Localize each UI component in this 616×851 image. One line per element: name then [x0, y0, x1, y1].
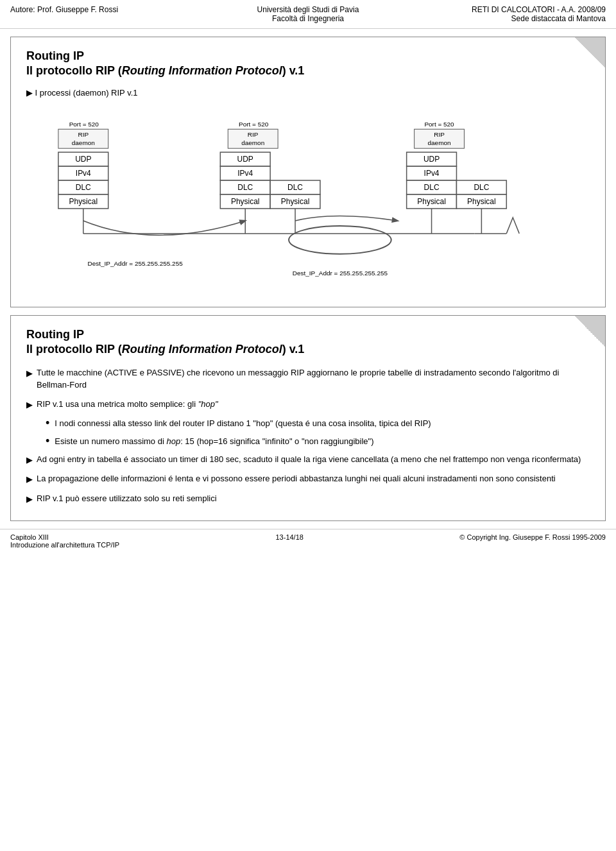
left-daemon-label2: daemon [72, 139, 95, 146]
slide1-title-sub: Il protocollo RIP (Routing Information P… [26, 64, 304, 77]
right-daemon-label2: daemon [428, 139, 451, 146]
bullet-dot-1: • [46, 435, 49, 448]
diagram-svg: Port = 520 RIP daemon UDP IPv4 DLC Physi… [26, 105, 590, 298]
svg-rect-0 [58, 129, 108, 148]
right-port-label: Port = 520 [424, 121, 454, 128]
svg-rect-9 [220, 166, 270, 180]
mid-left-dlc: DLC [237, 183, 253, 192]
diagram-area: Port = 520 RIP daemon UDP IPv4 DLC Physi… [26, 105, 590, 298]
slide2-item-3: ▶ La propagazione delle informazioni é l… [26, 472, 590, 486]
mid-left-physical: Physical [231, 197, 260, 206]
mid-right-dlc: DLC [287, 183, 303, 192]
arrow-icon-1: ▶ [26, 399, 33, 411]
right-right-physical: Physical [467, 197, 496, 206]
slide2-suffix: ) v.1 [282, 343, 305, 356]
slide2-item-3-text: La propagazione delle informazioni é len… [37, 472, 556, 485]
slide1-intro: ▶ I processi (daemon) RIP v.1 [26, 88, 590, 98]
slide2-item-4: ▶ RIP v.1 può essere utilizzato solo su … [26, 492, 590, 506]
right-right-dlc: DLC [474, 183, 489, 192]
footer-course: Introduzione all'architettura TCP/IP [10, 541, 119, 549]
slide2-title: Routing IP Il protocollo RIP (Routing In… [26, 327, 590, 357]
mid-left-udp: UDP [237, 155, 253, 164]
slide2-bullet-1: • Esiste un numero massimo di hop: 15 (h… [46, 435, 590, 448]
svg-rect-11 [220, 194, 270, 209]
left-physical: Physical [69, 197, 98, 206]
slide2-bullet-0: • I nodi connessi alla stesso link del r… [46, 417, 590, 430]
footer-right: © Copyright Ing. Giuseppe F. Rossi 1995-… [459, 533, 606, 549]
slide2-item-0: ▶ Tutte le macchine (ACTIVE e PASSIVE) c… [26, 366, 590, 391]
header-course: RETI DI CALCOLATORI - A.A. 2008/09 Sede … [407, 5, 606, 23]
svg-rect-8 [220, 152, 270, 166]
header-author: Autore: Prof. Giuseppe F. Rossi [10, 5, 209, 14]
slide1-prefix: Il protocollo RIP ( [26, 64, 122, 77]
footer-copyright: © Copyright Ing. Giuseppe F. Rossi 1995-… [459, 533, 606, 541]
course-location: Sede distaccata di Mantova [407, 14, 606, 23]
slide1-italic: Routing Information Protocol [122, 64, 282, 77]
svg-rect-18 [407, 166, 457, 180]
page-footer: Capitolo XIII Introduzione all'architett… [0, 529, 616, 553]
bullet-dot-0: • [46, 417, 49, 430]
mid-right-physical: Physical [281, 197, 310, 206]
left-dlc: DLC [76, 183, 91, 192]
slide2-bullet-1-text: Esiste un numero massimo di hop: 15 (hop… [55, 435, 373, 448]
mid-left-ipv4: IPv4 [237, 169, 253, 178]
header-university: Università degli Studi di Pavia Facoltà … [209, 5, 407, 23]
slide2-prefix: Il protocollo RIP ( [26, 343, 122, 356]
slide2-item-2-text: Ad ogni entry in tabella é associato un … [37, 453, 581, 466]
arrow-icon-0: ▶ [26, 367, 33, 380]
svg-rect-19 [407, 180, 457, 194]
svg-rect-2 [58, 166, 108, 180]
arrow-icon-2: ▶ [26, 454, 33, 467]
slide2-item-2: ▶ Ad ogni entry in tabella é associato u… [26, 453, 590, 467]
svg-rect-7 [228, 129, 278, 148]
slide2-title-main: Routing IP [26, 328, 84, 341]
slide1-suffix: ) v.1 [282, 64, 305, 77]
mid-port-label: Port = 520 [239, 121, 269, 128]
dest1-label: Dest_IP_Addr = 255.255.255.255 [87, 260, 183, 267]
svg-point-26 [289, 226, 391, 254]
slide2-item-0-text: Tutte le macchine (ACTIVE e PASSIVE) che… [37, 366, 590, 391]
svg-rect-16 [415, 129, 465, 148]
slide-1: Routing IP Il protocollo RIP (Routing In… [10, 37, 606, 307]
svg-rect-12 [270, 180, 320, 194]
right-left-udp: UDP [424, 155, 440, 164]
svg-rect-10 [220, 180, 270, 194]
footer-chapter: Capitolo XIII [10, 533, 119, 541]
author-text: Autore: Prof. Giuseppe F. Rossi [10, 5, 118, 14]
left-ipv4: IPv4 [76, 169, 91, 178]
slide2-italic: Routing Information Protocol [122, 343, 282, 356]
right-left-physical: Physical [417, 197, 446, 206]
left-port-label: Port = 520 [69, 121, 99, 128]
arrow-icon-4: ▶ [26, 493, 33, 506]
svg-rect-17 [407, 152, 457, 166]
slide2-bullet-0-text: I nodi connessi alla stesso link del rou… [55, 417, 431, 430]
university-name: Università degli Studi di Pavia [209, 5, 407, 14]
course-title: RETI DI CALCOLATORI - A.A. 2008/09 [407, 5, 606, 14]
svg-rect-13 [270, 194, 320, 209]
svg-rect-21 [456, 180, 506, 194]
svg-rect-3 [58, 180, 108, 194]
arrow-icon-3: ▶ [26, 473, 33, 486]
slide2-item-1-text: RIP v.1 usa una metrica molto semplice: … [37, 398, 218, 411]
slide1-title-main: Routing IP [26, 49, 84, 62]
left-udp: UDP [75, 155, 91, 164]
svg-rect-22 [456, 194, 506, 209]
slide2-item-4-text: RIP v.1 può essere utilizzato solo su re… [37, 492, 217, 505]
svg-rect-20 [407, 194, 457, 209]
svg-rect-4 [58, 194, 108, 209]
footer-left: Capitolo XIII Introduzione all'architett… [10, 533, 119, 549]
right-daemon-label: RIP [434, 131, 445, 138]
svg-rect-1 [58, 152, 108, 166]
left-daemon-label: RIP [78, 131, 89, 138]
right-left-dlc: DLC [424, 183, 440, 192]
footer-page: 13-14/18 [275, 533, 303, 541]
mid-daemon-label: RIP [248, 131, 259, 138]
dest2-label: Dest_IP_Addr = 255.255.255.255 [293, 270, 388, 277]
slide2-item-1: ▶ RIP v.1 usa una metrica molto semplice… [26, 398, 590, 411]
slide2-body: ▶ Tutte le macchine (ACTIVE e PASSIVE) c… [26, 366, 590, 506]
mid-daemon-label2: daemon [241, 139, 264, 146]
slide-2: Routing IP Il protocollo RIP (Routing In… [10, 315, 606, 521]
page-header: Autore: Prof. Giuseppe F. Rossi Universi… [0, 0, 616, 29]
slide2-title-sub: Il protocollo RIP (Routing Information P… [26, 343, 304, 356]
right-left-ipv4: IPv4 [424, 169, 440, 178]
